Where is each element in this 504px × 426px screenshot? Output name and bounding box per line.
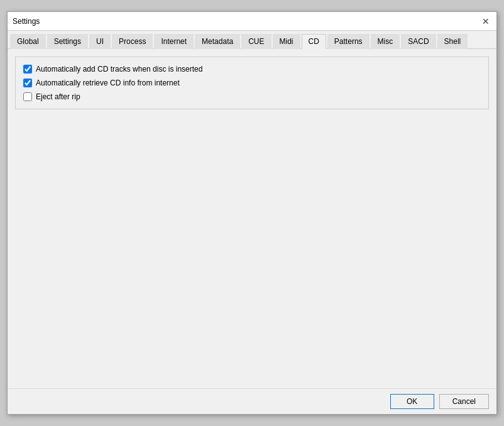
- tab-process[interactable]: Process: [112, 34, 153, 49]
- option3-row: Eject after rip: [23, 90, 481, 104]
- tab-bar: Global Settings UI Process Internet Meta…: [8, 31, 496, 49]
- tab-cd[interactable]: CD: [302, 34, 326, 49]
- option1-row: Automatically add CD tracks when disc is…: [23, 62, 481, 76]
- auto-add-cd-tracks-label[interactable]: Automatically add CD tracks when disc is…: [36, 65, 202, 74]
- tab-cue[interactable]: CUE: [241, 34, 271, 49]
- settings-window: Settings ✕ Global Settings UI Process In…: [7, 11, 497, 415]
- eject-after-rip-label[interactable]: Eject after rip: [36, 92, 80, 101]
- tab-misc[interactable]: Misc: [371, 34, 400, 49]
- content-area: Automatically add CD tracks when disc is…: [8, 49, 496, 388]
- auto-retrieve-cd-info-checkbox[interactable]: [23, 79, 32, 87]
- cd-settings-panel: Automatically add CD tracks when disc is…: [15, 57, 489, 109]
- footer: OK Cancel: [8, 388, 496, 414]
- tab-midi[interactable]: Midi: [273, 34, 300, 49]
- cancel-button[interactable]: Cancel: [439, 394, 489, 409]
- close-button[interactable]: ✕: [480, 16, 491, 27]
- tab-metadata[interactable]: Metadata: [195, 34, 240, 49]
- tab-patterns[interactable]: Patterns: [327, 34, 370, 49]
- tab-ui[interactable]: UI: [89, 34, 111, 49]
- ok-button[interactable]: OK: [390, 394, 434, 409]
- auto-retrieve-cd-info-label[interactable]: Automatically retrieve CD info from inte…: [36, 79, 180, 87]
- tab-internet[interactable]: Internet: [154, 34, 194, 49]
- window-title: Settings: [13, 17, 40, 26]
- tab-shell[interactable]: Shell: [437, 34, 468, 49]
- tab-settings[interactable]: Settings: [47, 34, 88, 49]
- tab-sacd[interactable]: SACD: [401, 34, 436, 49]
- auto-add-cd-tracks-checkbox[interactable]: [23, 65, 32, 74]
- eject-after-rip-checkbox[interactable]: [23, 92, 32, 101]
- tab-global[interactable]: Global: [10, 34, 46, 49]
- title-bar: Settings ✕: [8, 12, 496, 31]
- option2-row: Automatically retrieve CD info from inte…: [23, 76, 481, 90]
